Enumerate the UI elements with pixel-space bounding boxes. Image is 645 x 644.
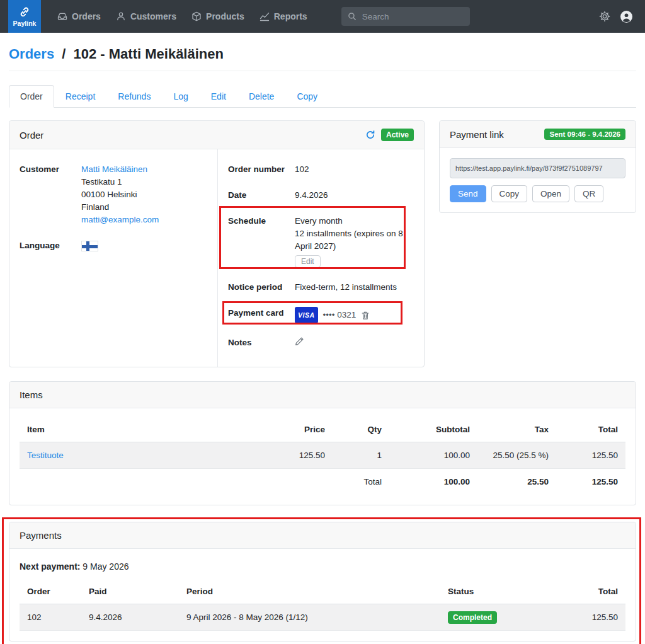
send-button[interactable]: Send [450, 185, 486, 202]
delete-card-button[interactable] [361, 311, 370, 320]
order-customer-column: Customer Matti Meikäläinen Testikatu 1 0… [9, 149, 217, 367]
payments-table-row: 102 9.4.2026 9 April 2026 - 8 May 2026 (… [20, 604, 625, 631]
main-nav: Orders Customers Products Reports [57, 11, 307, 21]
box-icon [191, 11, 202, 21]
brand-logo[interactable]: Paylink [8, 0, 41, 33]
user-circle-icon [620, 11, 632, 23]
page-title: 102 - Matti Meikäläinen [74, 46, 224, 62]
tab-order[interactable]: Order [9, 85, 54, 108]
items-header-price: Price [273, 418, 333, 442]
payments-header-order: Order [20, 580, 81, 604]
order-number-label: Order number [228, 163, 295, 176]
payment-total: 125.50 [557, 604, 625, 631]
settings-button[interactable] [599, 11, 610, 22]
payment-link-body: https://test.app.paylink.fi/pay/873f9f27… [440, 148, 636, 212]
order-number-value: 102 [295, 163, 309, 176]
schedule-edit-button[interactable]: Edit [295, 255, 321, 268]
items-table-row: Testituote 125.50 1 100.00 25.50 (25.5 %… [20, 442, 625, 469]
order-panel-body: Customer Matti Meikäläinen Testikatu 1 0… [9, 149, 424, 367]
payments-header-period: Period [179, 580, 440, 604]
notes-label: Notes [228, 336, 295, 349]
tab-log[interactable]: Log [162, 85, 199, 108]
date-label: Date [228, 189, 295, 202]
user-menu-button[interactable] [620, 11, 632, 23]
schedule-label: Schedule [228, 215, 295, 268]
items-totals-row: Total 100.00 25.50 125.50 [20, 469, 625, 495]
payment-period: 9 April 2026 - 8 May 2026 (1/12) [179, 604, 440, 631]
item-name-link[interactable]: Testituote [27, 451, 64, 460]
payments-panel-title: Payments [20, 530, 62, 541]
nav-label-reports: Reports [274, 11, 307, 21]
breadcrumb-separator: / [62, 46, 66, 62]
edit-notes-button[interactable] [295, 336, 304, 346]
payments-panel: Payments Next payment: 9 May 2026 Order [9, 522, 636, 641]
payment-card-field: Payment card VISA •••• 0321 [228, 307, 414, 323]
nav-label-customers: Customers [130, 11, 176, 21]
item-total: 125.50 [556, 442, 625, 469]
chart-icon [260, 11, 270, 21]
items-table: Item Price Qty Subtotal Tax Total Testit… [20, 418, 625, 495]
customer-email-link[interactable]: matti@example.com [81, 214, 159, 226]
gear-icon [599, 11, 610, 22]
tab-bar: Order Receipt Refunds Log Edit Delete Co… [9, 85, 636, 108]
order-details-column: Order number 102 Date 9.4.2026 Schedule … [217, 149, 424, 367]
heading-divider [9, 71, 636, 71]
notes-field: Notes [228, 336, 414, 349]
totals-label: Total [333, 469, 389, 495]
tab-edit[interactable]: Edit [200, 85, 237, 108]
search-box[interactable] [341, 7, 470, 26]
date-field: Date 9.4.2026 [228, 189, 414, 202]
payments-header-total: Total [557, 580, 625, 604]
nav-item-orders[interactable]: Orders [57, 11, 101, 21]
payments-panel-header: Payments [9, 522, 636, 549]
inbox-icon [57, 11, 67, 21]
schedule-field: Schedule Every month 12 installments (ex… [228, 215, 414, 268]
payment-status-badge: Completed [448, 611, 497, 624]
finland-flag-icon [81, 241, 98, 251]
copy-button[interactable]: Copy [491, 185, 528, 202]
search-input[interactable] [361, 11, 455, 22]
customer-address-line1: Testikatu 1 [81, 176, 159, 188]
items-header-total: Total [556, 418, 625, 442]
order-panel-header: Order Active [9, 121, 424, 149]
next-payment: Next payment: 9 May 2026 [20, 561, 625, 572]
items-header-tax: Tax [477, 418, 556, 442]
totals-tax: 25.50 [477, 469, 556, 495]
breadcrumb-orders-link[interactable]: Orders [9, 46, 54, 62]
items-panel: Items Item Price Qty Subtotal Tax Total [9, 381, 636, 505]
qr-button[interactable]: QR [574, 185, 603, 202]
nav-item-reports[interactable]: Reports [260, 11, 307, 21]
notice-period-value: Fixed-term, 12 installments [295, 281, 397, 294]
refresh-button[interactable] [365, 130, 375, 140]
nav-item-customers[interactable]: Customers [116, 11, 176, 21]
next-payment-value: 9 May 2026 [83, 561, 128, 572]
item-price: 125.50 [273, 442, 333, 469]
breadcrumb: Orders / 102 - Matti Meikäläinen [9, 46, 636, 62]
payment-link-title: Payment link [450, 129, 504, 140]
payments-header-paid: Paid [81, 580, 179, 604]
totals-subtotal: 100.00 [389, 469, 477, 495]
payment-paid: 9.4.2026 [81, 604, 179, 631]
customer-name-link[interactable]: Matti Meikäläinen [81, 163, 147, 176]
tab-receipt[interactable]: Receipt [54, 85, 106, 108]
nav-item-products[interactable]: Products [191, 11, 244, 21]
payment-link-url[interactable]: https://test.app.paylink.fi/pay/873f9f27… [450, 158, 625, 178]
order-panel-title: Order [20, 130, 43, 141]
totals-total: 125.50 [556, 469, 625, 495]
language-field: Language [20, 239, 207, 255]
order-number-field: Order number 102 [228, 163, 414, 176]
customer-address-line3: Finland [81, 201, 159, 214]
payment-order: 102 [20, 604, 81, 631]
customer-address-line2: 00100 Helsinki [81, 188, 159, 201]
tab-refunds[interactable]: Refunds [106, 85, 162, 108]
nav-label-orders: Orders [72, 11, 101, 21]
trash-icon [361, 311, 370, 320]
card-masked-number: •••• 0321 [323, 309, 357, 321]
open-button[interactable]: Open [532, 185, 569, 202]
schedule-line1: Every month [295, 215, 411, 227]
tab-copy[interactable]: Copy [285, 85, 329, 108]
tab-delete[interactable]: Delete [237, 85, 285, 108]
brand-label: Paylink [13, 20, 37, 27]
language-label: Language [20, 239, 81, 255]
customer-field: Customer Matti Meikäläinen Testikatu 1 0… [20, 163, 207, 226]
